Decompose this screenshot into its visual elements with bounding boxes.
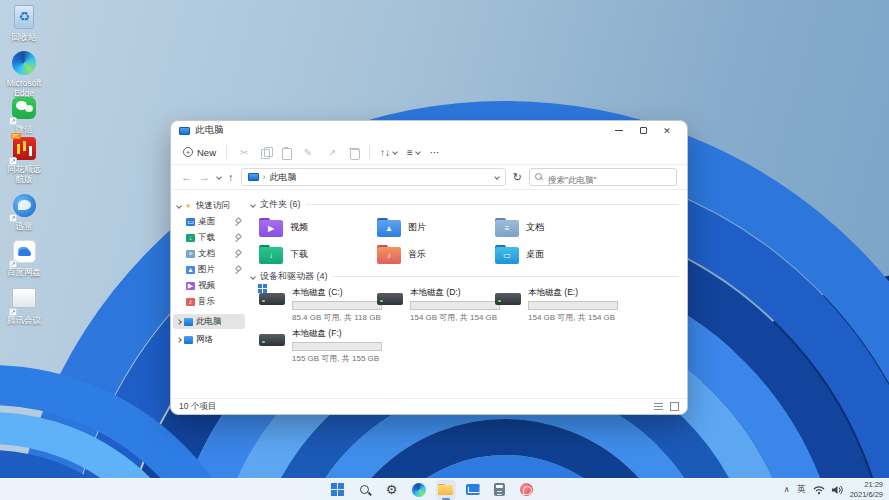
capacity-bar xyxy=(292,301,382,310)
new-button[interactable]: + New xyxy=(183,147,216,158)
videos-folder-icon: ▶ xyxy=(259,218,283,237)
device-app-icon xyxy=(12,288,36,308)
folder-tile-downloads[interactable]: ↓ 下载 xyxy=(259,241,377,268)
delete-button[interactable] xyxy=(349,147,359,158)
system-tray: ∧ 英 21:29 2021/6/29 xyxy=(784,479,883,500)
minimize-button[interactable] xyxy=(607,122,631,139)
taskbar-edge-button[interactable] xyxy=(408,480,428,500)
desktop-icon-edge[interactable]: Microsoft Edge xyxy=(3,51,45,99)
drives-section-header[interactable]: 设备和驱动器 (4) xyxy=(251,270,679,283)
chevron-right-icon[interactable] xyxy=(176,337,182,343)
desktop-icon-baidu-pan[interactable]: ↗ 百度网盘 xyxy=(3,240,45,278)
address-bar[interactable]: › 此电脑 xyxy=(241,168,506,186)
wifi-icon[interactable] xyxy=(813,485,825,495)
desktop-icon-label: Microsoft Edge xyxy=(3,79,45,99)
breadcrumb-separator: › xyxy=(263,172,266,182)
videos-folder-icon: ▶ xyxy=(186,282,195,290)
folder-tile-music[interactable]: ♪ 音乐 xyxy=(377,241,495,268)
chevron-right-icon[interactable] xyxy=(176,319,182,325)
sidebar-item-this-pc[interactable]: 此电脑 xyxy=(173,314,245,329)
copy-button[interactable] xyxy=(261,147,271,158)
more-options-button[interactable]: ⋯ xyxy=(430,147,440,158)
music-folder-icon: ♪ xyxy=(377,245,401,264)
title-bar[interactable]: 此电脑 ✕ xyxy=(171,121,687,140)
sidebar-item-quick-access[interactable]: ★ 快速访问 xyxy=(173,198,245,213)
desktop-icon-meeting[interactable]: ↗ 腾讯会议 xyxy=(3,285,45,326)
downloads-folder-icon: ↓ xyxy=(259,245,283,264)
this-pc-icon xyxy=(184,318,193,326)
desktop-icon-label: 百度网盘 xyxy=(3,268,45,278)
desktop-icon-recycle-bin[interactable]: ♻ 回收站 xyxy=(3,5,45,43)
cut-button[interactable]: ✂ xyxy=(237,147,251,158)
sidebar-item-downloads[interactable]: ↓ 下载 xyxy=(173,230,245,245)
search-box[interactable] xyxy=(529,168,677,186)
rename-button[interactable]: ✎ xyxy=(301,147,315,158)
taskbar-mail-button[interactable] xyxy=(462,480,482,500)
drive-tile-c[interactable]: 本地磁盘 (C:) 85.4 GB 可用, 共 118 GB xyxy=(259,286,377,324)
folder-tile-desktop[interactable]: ▭ 桌面 xyxy=(495,241,613,268)
items-view: 文件夹 (6) ▶ 视频 ▲ 图片 xyxy=(247,190,687,398)
search-icon xyxy=(535,173,542,180)
sidebar-item-videos[interactable]: ▶ 视频 xyxy=(173,278,245,293)
taskbar: ⚙ ∧ 英 21:2 xyxy=(0,478,889,500)
shortcut-arrow-icon: ↗ xyxy=(9,260,17,268)
drive-tile-f[interactable]: 本地磁盘 (F:) 155 GB 可用, 共 155 GB xyxy=(259,327,377,365)
desktop-icon-label: 同花顺远航版 xyxy=(3,165,45,185)
desktop-icon-stock-app[interactable]: PC ↗ 同花顺远航版 xyxy=(3,137,45,185)
folder-tile-videos[interactable]: ▶ 视频 xyxy=(259,214,377,241)
paste-button[interactable] xyxy=(281,147,291,158)
shortcut-arrow-icon: ↗ xyxy=(9,308,17,316)
back-button[interactable]: ← xyxy=(181,171,192,183)
window-title: 此电脑 xyxy=(195,124,224,137)
edge-icon xyxy=(12,51,36,75)
sort-button[interactable]: ↑↓ xyxy=(380,147,397,158)
address-dropdown-icon[interactable] xyxy=(494,174,500,180)
ime-indicator[interactable]: 英 xyxy=(797,483,806,496)
start-button[interactable] xyxy=(327,480,347,500)
drive-icon xyxy=(377,293,403,305)
taskbar-settings-button[interactable]: ⚙ xyxy=(381,480,401,500)
taskbar-clock[interactable]: 21:29 2021/6/29 xyxy=(850,480,883,500)
forward-button[interactable]: → xyxy=(199,171,210,183)
view-button[interactable]: ≡ xyxy=(407,147,420,158)
shortcut-arrow-icon: ↗ xyxy=(9,157,17,165)
large-icons-view-icon[interactable] xyxy=(670,402,679,411)
chevron-down-icon[interactable] xyxy=(176,203,182,209)
maximize-button[interactable] xyxy=(631,122,655,139)
taskbar-search-button[interactable] xyxy=(354,480,374,500)
sidebar-item-documents[interactable]: ≡ 文档 xyxy=(173,246,245,261)
close-button[interactable]: ✕ xyxy=(655,122,679,139)
pictures-folder-icon: ▲ xyxy=(186,266,195,274)
refresh-button[interactable]: ↻ xyxy=(513,171,522,184)
taskbar-explorer-button[interactable] xyxy=(435,480,455,500)
desktop-icon-thunder[interactable]: ↗ 迅雷 xyxy=(3,194,45,232)
taskbar-calculator-button[interactable] xyxy=(489,480,509,500)
pin-icon xyxy=(235,234,242,241)
tray-expand-button[interactable]: ∧ xyxy=(784,485,790,494)
status-bar: 10 个项目 xyxy=(171,398,687,414)
sidebar-item-network[interactable]: 网络 xyxy=(173,332,245,347)
sidebar-item-pictures[interactable]: ▲ 图片 xyxy=(173,262,245,277)
desktop-icon-wechat[interactable]: ↗ 微信 xyxy=(3,97,45,135)
sidebar-item-desktop[interactable]: ▭ 桌面 xyxy=(173,214,245,229)
search-input[interactable] xyxy=(530,172,676,188)
pin-icon xyxy=(235,266,242,273)
sidebar-item-music[interactable]: ♪ 音乐 xyxy=(173,294,245,309)
folders-section-header[interactable]: 文件夹 (6) xyxy=(251,198,679,211)
edge-icon xyxy=(411,483,425,497)
drive-tile-e[interactable]: 本地磁盘 (E:) 154 GB 可用, 共 154 GB xyxy=(495,286,613,324)
volume-icon[interactable] xyxy=(832,485,843,495)
up-button[interactable]: ↑ xyxy=(228,171,234,183)
navigation-pane: ★ 快速访问 ▭ 桌面 ↓ 下载 ≡ 文档 xyxy=(171,190,247,398)
folder-tile-pictures[interactable]: ▲ 图片 xyxy=(377,214,495,241)
drive-tile-d[interactable]: 本地磁盘 (D:) 154 GB 可用, 共 154 GB xyxy=(377,286,495,324)
folder-tile-documents[interactable]: ≡ 文档 xyxy=(495,214,613,241)
network-icon xyxy=(184,336,193,344)
history-chevron-icon[interactable] xyxy=(216,174,222,180)
taskbar-media-app-button[interactable] xyxy=(516,480,536,500)
details-view-icon[interactable] xyxy=(654,403,663,411)
capacity-bar xyxy=(410,301,500,310)
desktop-icon-label: 回收站 xyxy=(3,33,45,43)
share-button[interactable]: ↗ xyxy=(325,147,339,158)
breadcrumb[interactable]: 此电脑 xyxy=(270,171,297,184)
